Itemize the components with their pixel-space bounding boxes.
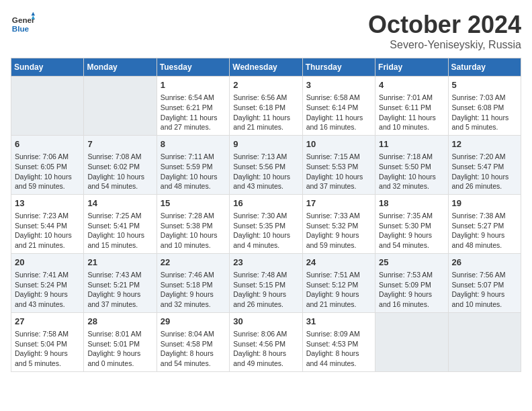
location-title: Severo-Yeniseyskiy, Russia [368, 39, 521, 51]
day-cell: 29Sunrise: 8:04 AMSunset: 4:58 PMDayligh… [157, 312, 229, 371]
column-header-sunday: Sunday [11, 58, 84, 77]
day-cell [375, 312, 448, 371]
day-cell: 8Sunrise: 7:11 AMSunset: 5:59 PMDaylight… [157, 135, 229, 194]
column-header-monday: Monday [84, 58, 157, 77]
header-row: SundayMondayTuesdayWednesdayThursdayFrid… [11, 58, 521, 77]
day-number: 19 [452, 197, 517, 210]
week-row-5: 27Sunrise: 7:58 AMSunset: 5:04 PMDayligh… [11, 312, 521, 371]
column-header-thursday: Thursday [302, 58, 375, 77]
day-cell: 19Sunrise: 7:38 AMSunset: 5:27 PMDayligh… [448, 194, 521, 253]
page-header: General Blue October 2024 Severo-Yenisey… [11, 11, 521, 51]
day-cell: 31Sunrise: 8:09 AMSunset: 4:53 PMDayligh… [302, 312, 375, 371]
day-cell: 25Sunrise: 7:53 AMSunset: 5:09 PMDayligh… [375, 253, 448, 312]
day-info: Sunrise: 7:28 AMSunset: 5:38 PMDaylight:… [161, 211, 226, 250]
day-number: 3 [306, 79, 371, 91]
day-number: 29 [161, 316, 226, 328]
day-number: 12 [452, 138, 517, 150]
day-info: Sunrise: 7:38 AMSunset: 5:27 PMDaylight:… [452, 211, 517, 250]
day-number: 2 [233, 79, 298, 91]
day-cell: 2Sunrise: 6:56 AMSunset: 6:18 PMDaylight… [230, 77, 302, 136]
day-cell: 13Sunrise: 7:23 AMSunset: 5:44 PMDayligh… [11, 194, 84, 253]
day-cell: 6Sunrise: 7:06 AMSunset: 6:05 PMDaylight… [11, 135, 84, 194]
day-number: 13 [15, 197, 80, 210]
day-cell: 12Sunrise: 7:20 AMSunset: 5:47 PMDayligh… [448, 135, 521, 194]
day-number: 8 [161, 138, 226, 150]
day-info: Sunrise: 7:41 AMSunset: 5:24 PMDaylight:… [15, 270, 80, 310]
day-info: Sunrise: 7:46 AMSunset: 5:18 PMDaylight:… [161, 270, 226, 310]
day-number: 5 [452, 79, 517, 91]
day-info: Sunrise: 7:13 AMSunset: 5:56 PMDaylight:… [233, 152, 298, 191]
day-cell: 21Sunrise: 7:43 AMSunset: 5:21 PMDayligh… [84, 253, 157, 312]
day-cell: 23Sunrise: 7:48 AMSunset: 5:15 PMDayligh… [230, 253, 302, 312]
day-info: Sunrise: 7:03 AMSunset: 6:08 PMDaylight:… [452, 93, 517, 132]
day-number: 20 [15, 257, 80, 269]
day-info: Sunrise: 6:56 AMSunset: 6:18 PMDaylight:… [233, 93, 298, 132]
day-number: 31 [306, 316, 371, 328]
day-number: 6 [15, 138, 80, 150]
day-number: 18 [379, 197, 444, 210]
day-info: Sunrise: 7:58 AMSunset: 5:04 PMDaylight:… [15, 329, 80, 369]
day-cell: 18Sunrise: 7:35 AMSunset: 5:30 PMDayligh… [375, 194, 448, 253]
day-info: Sunrise: 7:08 AMSunset: 6:02 PMDaylight:… [87, 152, 152, 191]
day-info: Sunrise: 7:20 AMSunset: 5:47 PMDaylight:… [452, 152, 517, 191]
logo-icon: General Blue [11, 11, 35, 35]
day-info: Sunrise: 7:23 AMSunset: 5:44 PMDaylight:… [15, 211, 80, 250]
day-info: Sunrise: 7:51 AMSunset: 5:12 PMDaylight:… [306, 270, 371, 310]
column-header-tuesday: Tuesday [157, 58, 229, 77]
day-info: Sunrise: 7:33 AMSunset: 5:32 PMDaylight:… [306, 211, 371, 250]
logo: General Blue [11, 11, 35, 35]
day-number: 10 [306, 138, 371, 150]
day-cell [84, 77, 157, 136]
day-cell: 17Sunrise: 7:33 AMSunset: 5:32 PMDayligh… [302, 194, 375, 253]
day-number: 11 [379, 138, 444, 150]
day-info: Sunrise: 7:43 AMSunset: 5:21 PMDaylight:… [87, 270, 152, 310]
month-title: October 2024 [368, 11, 521, 39]
day-cell: 16Sunrise: 7:30 AMSunset: 5:35 PMDayligh… [230, 194, 302, 253]
day-cell: 20Sunrise: 7:41 AMSunset: 5:24 PMDayligh… [11, 253, 84, 312]
day-cell [448, 312, 521, 371]
day-info: Sunrise: 7:01 AMSunset: 6:11 PMDaylight:… [379, 93, 444, 132]
day-number: 22 [161, 257, 226, 269]
day-cell: 10Sunrise: 7:15 AMSunset: 5:53 PMDayligh… [302, 135, 375, 194]
title-area: October 2024 Severo-Yeniseyskiy, Russia [368, 11, 521, 51]
day-info: Sunrise: 8:01 AMSunset: 5:01 PMDaylight:… [87, 329, 152, 369]
day-number: 7 [87, 138, 152, 150]
day-info: Sunrise: 7:53 AMSunset: 5:09 PMDaylight:… [379, 270, 444, 310]
day-cell: 30Sunrise: 8:06 AMSunset: 4:56 PMDayligh… [230, 312, 302, 371]
day-cell: 28Sunrise: 8:01 AMSunset: 5:01 PMDayligh… [84, 312, 157, 371]
day-number: 24 [306, 257, 371, 269]
day-cell: 5Sunrise: 7:03 AMSunset: 6:08 PMDaylight… [448, 77, 521, 136]
day-info: Sunrise: 7:25 AMSunset: 5:41 PMDaylight:… [87, 211, 152, 250]
day-info: Sunrise: 7:48 AMSunset: 5:15 PMDaylight:… [233, 270, 298, 310]
day-cell: 26Sunrise: 7:56 AMSunset: 5:07 PMDayligh… [448, 253, 521, 312]
day-number: 25 [379, 257, 444, 269]
column-header-saturday: Saturday [448, 58, 521, 77]
day-number: 15 [161, 197, 226, 210]
day-info: Sunrise: 7:30 AMSunset: 5:35 PMDaylight:… [233, 211, 298, 250]
svg-text:Blue: Blue [12, 24, 30, 33]
day-number: 16 [233, 197, 298, 210]
column-header-friday: Friday [375, 58, 448, 77]
day-info: Sunrise: 6:58 AMSunset: 6:14 PMDaylight:… [306, 93, 371, 132]
day-info: Sunrise: 7:06 AMSunset: 6:05 PMDaylight:… [15, 152, 80, 191]
week-row-1: 1Sunrise: 6:54 AMSunset: 6:21 PMDaylight… [11, 77, 521, 136]
day-number: 21 [87, 257, 152, 269]
day-cell: 14Sunrise: 7:25 AMSunset: 5:41 PMDayligh… [84, 194, 157, 253]
week-row-4: 20Sunrise: 7:41 AMSunset: 5:24 PMDayligh… [11, 253, 521, 312]
svg-text:General: General [12, 15, 35, 24]
day-cell: 4Sunrise: 7:01 AMSunset: 6:11 PMDaylight… [375, 77, 448, 136]
day-cell: 3Sunrise: 6:58 AMSunset: 6:14 PMDaylight… [302, 77, 375, 136]
day-number: 14 [87, 197, 152, 210]
day-number: 9 [233, 138, 298, 150]
day-number: 30 [233, 316, 298, 328]
day-number: 23 [233, 257, 298, 269]
day-cell: 15Sunrise: 7:28 AMSunset: 5:38 PMDayligh… [157, 194, 229, 253]
day-cell: 9Sunrise: 7:13 AMSunset: 5:56 PMDaylight… [230, 135, 302, 194]
column-header-wednesday: Wednesday [230, 58, 302, 77]
day-info: Sunrise: 7:15 AMSunset: 5:53 PMDaylight:… [306, 152, 371, 191]
day-cell [11, 77, 84, 136]
day-info: Sunrise: 8:06 AMSunset: 4:56 PMDaylight:… [233, 329, 298, 369]
day-number: 17 [306, 197, 371, 210]
day-number: 28 [87, 316, 152, 328]
day-cell: 7Sunrise: 7:08 AMSunset: 6:02 PMDaylight… [84, 135, 157, 194]
